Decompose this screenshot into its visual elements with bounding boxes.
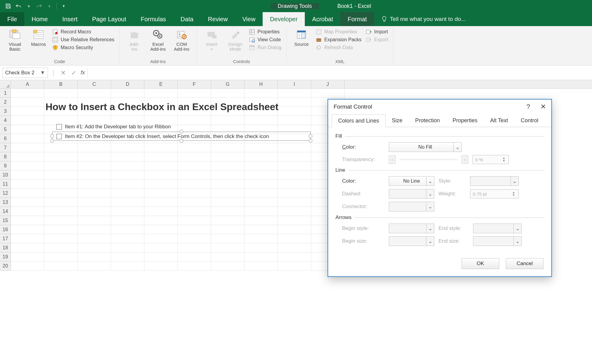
cell[interactable] xyxy=(278,216,311,225)
row-header[interactable]: 19 xyxy=(0,252,11,261)
cell[interactable] xyxy=(78,261,111,271)
cell[interactable] xyxy=(211,170,244,180)
cell[interactable] xyxy=(178,198,211,207)
tab-formulas[interactable]: Formulas xyxy=(133,12,173,26)
cell[interactable] xyxy=(244,225,278,234)
cell[interactable] xyxy=(144,161,178,170)
row-header[interactable]: 3 xyxy=(0,107,11,116)
cell[interactable] xyxy=(44,198,78,207)
qat-undo-dropdown-icon[interactable]: ▾ xyxy=(25,2,33,10)
macros-button[interactable]: Macros xyxy=(27,28,50,52)
cell[interactable] xyxy=(278,261,311,271)
cell[interactable] xyxy=(211,116,244,125)
row-header[interactable]: 17 xyxy=(0,234,11,243)
cell[interactable] xyxy=(278,207,311,216)
cell[interactable] xyxy=(44,143,78,152)
column-header[interactable]: B xyxy=(44,80,78,88)
xml-source-button[interactable]: Source xyxy=(290,28,313,51)
cell[interactable] xyxy=(144,89,178,98)
cell[interactable] xyxy=(278,143,311,152)
cell[interactable] xyxy=(244,180,278,189)
row-header[interactable]: 10 xyxy=(0,170,11,180)
cell[interactable] xyxy=(78,152,111,161)
cell[interactable] xyxy=(44,243,78,252)
tab-view[interactable]: View xyxy=(235,12,263,26)
cell[interactable] xyxy=(244,216,278,225)
cell[interactable] xyxy=(78,243,111,252)
cell[interactable] xyxy=(11,207,44,216)
cell[interactable] xyxy=(111,234,144,243)
cell[interactable] xyxy=(244,243,278,252)
com-addins-button[interactable]: COM Add-ins xyxy=(170,28,193,52)
row-header[interactable]: 15 xyxy=(0,216,11,225)
cell[interactable] xyxy=(78,180,111,189)
cell[interactable] xyxy=(144,234,178,243)
cell[interactable] xyxy=(244,116,278,125)
map-properties-button[interactable]: Map Properties xyxy=(314,29,363,35)
cell[interactable] xyxy=(244,152,278,161)
tab-insert[interactable]: Insert xyxy=(55,12,85,26)
cell[interactable] xyxy=(111,261,144,271)
cell[interactable] xyxy=(278,161,311,170)
column-header[interactable]: H xyxy=(244,80,278,88)
selection-handle[interactable] xyxy=(50,134,54,138)
cell[interactable] xyxy=(11,152,44,161)
cell[interactable] xyxy=(111,180,144,189)
cell[interactable] xyxy=(211,216,244,225)
row-header[interactable]: 16 xyxy=(0,225,11,234)
cell[interactable] xyxy=(244,234,278,243)
name-box-dropdown-icon[interactable]: ▼ xyxy=(40,70,45,76)
cell[interactable] xyxy=(11,107,44,116)
dialog-title-bar[interactable]: Format Control ? ✕ xyxy=(328,99,551,114)
refresh-data-button[interactable]: Refresh Data xyxy=(314,44,363,51)
cell[interactable] xyxy=(111,198,144,207)
qat-redo-dropdown-icon[interactable]: ▾ xyxy=(45,2,53,10)
selection-handle[interactable] xyxy=(309,139,312,143)
cell[interactable] xyxy=(211,252,244,261)
ok-button[interactable]: OK xyxy=(462,258,499,269)
formula-input[interactable] xyxy=(87,68,592,78)
cell[interactable] xyxy=(11,225,44,234)
row-header[interactable]: 7 xyxy=(0,143,11,152)
dialog-tab-control[interactable]: Control xyxy=(514,114,545,127)
selection-handle[interactable] xyxy=(50,139,54,143)
cell[interactable] xyxy=(144,189,178,198)
row-header[interactable]: 13 xyxy=(0,198,11,207)
cell[interactable] xyxy=(78,89,111,98)
cell[interactable] xyxy=(11,161,44,170)
cell[interactable] xyxy=(144,143,178,152)
cell[interactable] xyxy=(178,243,211,252)
cell[interactable] xyxy=(11,234,44,243)
cell[interactable] xyxy=(178,216,211,225)
cell[interactable] xyxy=(244,261,278,271)
cell[interactable] xyxy=(178,261,211,271)
cell[interactable] xyxy=(144,252,178,261)
cell[interactable] xyxy=(11,243,44,252)
cell[interactable] xyxy=(178,189,211,198)
cell[interactable] xyxy=(211,225,244,234)
row-header[interactable]: 14 xyxy=(0,207,11,216)
cell[interactable] xyxy=(278,98,311,107)
row-header[interactable]: 5 xyxy=(0,125,11,134)
tab-acrobat[interactable]: Acrobat xyxy=(305,12,340,26)
column-header[interactable]: F xyxy=(178,80,211,88)
cell[interactable] xyxy=(278,180,311,189)
cancel-button[interactable]: Cancel xyxy=(506,258,543,269)
cell[interactable] xyxy=(244,252,278,261)
save-icon[interactable] xyxy=(4,2,12,10)
cell[interactable] xyxy=(211,161,244,170)
cell[interactable] xyxy=(144,198,178,207)
column-header[interactable]: E xyxy=(144,80,178,88)
cell[interactable] xyxy=(11,252,44,261)
qat-customize-icon[interactable]: ▼ xyxy=(60,2,68,10)
cell[interactable] xyxy=(211,198,244,207)
cell[interactable] xyxy=(111,216,144,225)
cell[interactable] xyxy=(11,170,44,180)
cell[interactable] xyxy=(11,134,44,143)
cell[interactable] xyxy=(144,261,178,271)
cell[interactable] xyxy=(144,207,178,216)
cell[interactable] xyxy=(11,116,44,125)
selection-handle[interactable] xyxy=(309,134,312,138)
cell[interactable] xyxy=(244,207,278,216)
cell[interactable] xyxy=(244,170,278,180)
